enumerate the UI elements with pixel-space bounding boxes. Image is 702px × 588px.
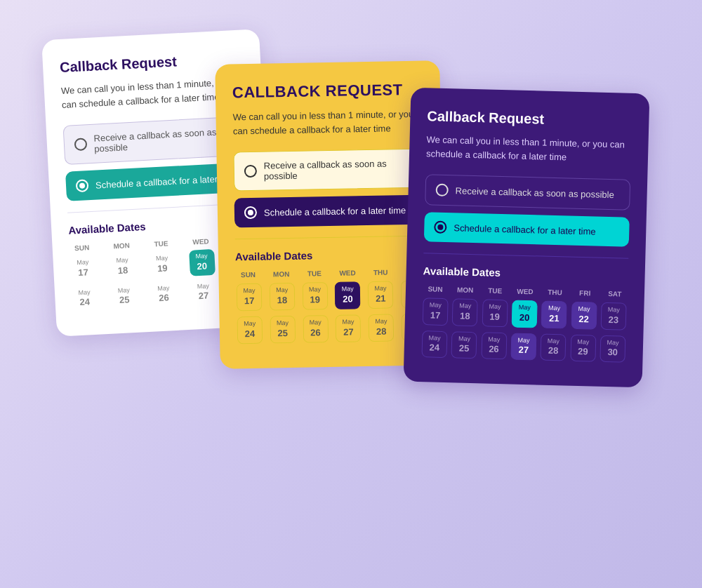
- purple-week2: May24 May25 May26 May27 May28 May29 May3…: [420, 330, 626, 363]
- orange-may28[interactable]: May28: [369, 314, 395, 341]
- white-day-wed: WED: [188, 237, 214, 246]
- orange-week2: May24 May25 May26 May27 May28 May29: [237, 313, 428, 345]
- purple-day-thu: THU: [542, 288, 567, 297]
- purple-radio2-dot: [437, 225, 443, 230]
- orange-card-subtitle: We can call you in less than 1 minute, o…: [232, 107, 424, 138]
- white-may18[interactable]: May18: [110, 253, 136, 280]
- white-radio2-dot: [79, 182, 85, 188]
- white-may27[interactable]: May27: [190, 279, 217, 305]
- orange-day-sun: SUN: [235, 271, 260, 279]
- white-may26[interactable]: May26: [150, 281, 177, 307]
- orange-day-wed: WED: [335, 269, 360, 278]
- orange-week1: May17 May18 May19 May20 May21 May22: [236, 280, 428, 312]
- purple-week1: May17 May18 May19 May20 May21 May22 May2…: [422, 297, 628, 330]
- purple-option1-label: Receive a callback as soon as possible: [456, 185, 615, 200]
- purple-may18[interactable]: May18: [452, 298, 478, 326]
- orange-may17[interactable]: May17: [237, 283, 263, 311]
- purple-may21[interactable]: May21: [541, 301, 567, 329]
- purple-may26[interactable]: May26: [481, 332, 507, 360]
- orange-day-mon: MON: [269, 270, 294, 279]
- purple-radio1: [435, 184, 448, 196]
- purple-may22[interactable]: May22: [571, 302, 597, 330]
- purple-cal-header: SUN MON TUE WED THU FRI SAT: [423, 285, 628, 298]
- purple-option2-label: Schedule a callback for a later time: [453, 222, 596, 236]
- cards-container: Callback Request We can call you in less…: [35, 20, 667, 568]
- purple-day-sun: SUN: [423, 285, 448, 293]
- white-may20[interactable]: May20: [189, 249, 216, 276]
- white-may25[interactable]: May25: [111, 283, 138, 309]
- orange-may19[interactable]: May19: [302, 282, 328, 309]
- orange-radio1: [244, 165, 257, 178]
- purple-may20[interactable]: May20: [512, 300, 538, 328]
- purple-option1-btn[interactable]: Receive a callback as soon as possible: [425, 174, 630, 211]
- white-radio1: [74, 138, 88, 151]
- orange-day-thu: THU: [368, 269, 393, 277]
- purple-may29[interactable]: May29: [570, 334, 596, 362]
- purple-may23[interactable]: May23: [601, 302, 627, 330]
- purple-card-title: Callback Request: [427, 107, 633, 130]
- purple-day-wed: WED: [512, 288, 538, 296]
- purple-divider: [423, 253, 628, 259]
- white-radio2: [76, 179, 89, 192]
- white-day-sun: SUN: [69, 243, 95, 253]
- purple-day-tue: TUE: [482, 286, 508, 295]
- orange-dates-title: Available Dates: [235, 248, 426, 263]
- purple-day-sat: SAT: [602, 290, 628, 298]
- purple-may28[interactable]: May28: [541, 333, 567, 361]
- white-may17[interactable]: May17: [69, 255, 96, 282]
- purple-may27[interactable]: May27: [510, 333, 536, 361]
- orange-may21[interactable]: May21: [368, 281, 394, 309]
- purple-may24[interactable]: May24: [421, 330, 447, 359]
- purple-may30[interactable]: May30: [600, 335, 625, 363]
- card-purple: Callback Request We can call you in less…: [404, 88, 650, 388]
- purple-option2-btn[interactable]: Schedule a callback for a later time: [424, 212, 630, 247]
- purple-radio2: [434, 221, 446, 234]
- purple-day-mon: MON: [453, 286, 478, 294]
- orange-option1-label: Receive a callback as soon as possible: [264, 158, 414, 182]
- orange-radio2-dot: [248, 210, 253, 215]
- purple-card-subtitle: We can call you in less than 1 minute, o…: [426, 133, 632, 166]
- orange-may26[interactable]: May26: [303, 315, 329, 342]
- orange-option2-label: Schedule a callback for a later time: [264, 205, 406, 218]
- purple-may19[interactable]: May19: [482, 299, 508, 327]
- orange-card-title: CALLBACK REQUEST: [232, 81, 423, 102]
- orange-may20[interactable]: May20: [335, 282, 361, 309]
- orange-may24[interactable]: May24: [237, 316, 263, 344]
- orange-option1-btn[interactable]: Receive a callback as soon as possible: [233, 149, 425, 192]
- purple-may17[interactable]: May17: [423, 298, 449, 326]
- orange-option2-btn[interactable]: Schedule a callback for a later time: [234, 195, 426, 228]
- orange-may18[interactable]: May18: [269, 283, 295, 310]
- orange-radio2: [244, 206, 257, 219]
- purple-may25[interactable]: May25: [451, 331, 477, 359]
- white-may24[interactable]: May24: [72, 285, 98, 312]
- white-day-tue: TUE: [148, 239, 174, 248]
- white-may19[interactable]: May19: [149, 251, 176, 278]
- orange-day-tue: TUE: [302, 269, 327, 278]
- orange-cal-header: SUN MON TUE WED THU FRI: [235, 268, 426, 279]
- orange-may25[interactable]: May25: [270, 316, 296, 343]
- orange-divider: [235, 236, 426, 240]
- white-day-mon: MON: [109, 241, 135, 250]
- purple-dates-title: Available Dates: [423, 265, 628, 282]
- orange-may27[interactable]: May27: [336, 314, 362, 342]
- purple-day-fri: FRI: [572, 289, 597, 298]
